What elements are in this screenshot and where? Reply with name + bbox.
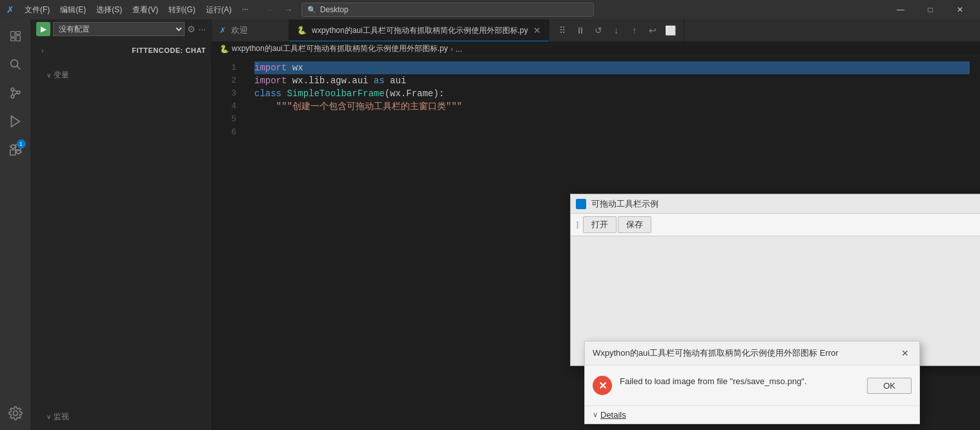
tab-actions: ⠿ ⏸ ↺ ↓ ↑ ↩ ⬜ [549,19,684,41]
activity-source-control[interactable] [3,80,28,106]
chevron-down-icon-monitor: ∨ [46,413,51,420]
details-chevron-icon: ∨ [593,411,598,419]
float-window-title: 可拖动工具栏示例 [591,198,980,210]
float-window-icon [576,199,586,209]
menu-run[interactable]: 运行(A) [202,3,236,17]
floating-window: 可拖动工具栏示例 — □ ✕ ⁞ 打开 保存 [570,194,980,366]
breadcrumb: 🐍 wxpython的aui工具栏可拖动有抓取柄简化示例使用外部图标.py › … [212,42,980,56]
chevron-down-icon: ∨ [46,72,51,79]
monitor-title: 监视 [54,411,69,422]
activity-run[interactable] [3,108,28,134]
code-line-4: class SimpleToolbarFrame(wx.Frame): [254,87,970,100]
variables-header[interactable]: ∨ 变量 [31,67,211,83]
svg-point-8 [17,91,20,94]
window-controls: — □ ✕ [886,0,975,19]
svg-marker-9 [11,116,19,127]
menu-select[interactable]: 选择(S) [92,3,126,17]
activity-explorer[interactable] [3,23,28,49]
tab-step-into-icon[interactable]: ↑ [627,23,642,38]
monitor-header[interactable]: ∨ 监视 [31,409,211,425]
toolbar-grip-icon[interactable]: ⁞ [576,219,579,231]
menu-bar: 文件(F) 编辑(E) 选择(S) 查看(V) 转到(G) 运行(A) ··· [21,3,252,17]
svg-rect-0 [10,32,14,37]
svg-point-6 [11,88,14,91]
sidebar-run-section: › FITTENCODE: CHAT [31,39,211,62]
breadcrumb-sep: › [451,45,453,54]
menu-view[interactable]: 查看(V) [128,3,162,17]
tab-wxpython-icon: 🐍 [297,26,307,35]
run-config-bar: ▶ 没有配置 ⚙ ··· [31,19,211,39]
tab-pause-icon[interactable]: ⏸ [573,23,588,38]
tab-wxpython-label: wxpython的aui工具栏可拖动有抓取柄简化示例使用外部图标.py [312,25,528,36]
svg-rect-3 [10,38,14,41]
nav-buttons: ← → [263,3,296,16]
code-line-2: import wx.lib.agw.aui as aui [254,74,970,87]
config-select[interactable]: 没有配置 [53,22,185,36]
sidebar: ▶ 没有配置 ⚙ ··· › FITTENCODE: CHAT ∨ 变量 ∨ 监… [31,19,212,430]
svg-rect-1 [15,32,19,35]
sidebar-variables-section: ∨ 变量 [31,62,211,88]
activity-search[interactable] [3,52,28,77]
menu-goto[interactable]: 转到(G) [165,3,199,17]
main-layout: 1 ▶ 没有配置 ⚙ ··· › FITTENCODE: CHAT ∨ 变量 [0,19,980,430]
breadcrumb-more: ... [456,45,462,54]
minimize-button[interactable]: — [886,0,915,19]
error-footer[interactable]: ∨ Details [585,405,919,424]
line-numbers: 1 2 3 4 5 6 [212,56,244,430]
menu-file[interactable]: 文件(F) [21,3,54,17]
svg-rect-2 [15,36,19,41]
config-gear-icon[interactable]: ⚙ [187,24,196,34]
tab-bar: ✗ 欢迎 🐍 wxpython的aui工具栏可拖动有抓取柄简化示例使用外部图标.… [212,19,980,42]
fittencode-title: FITTENCODE: CHAT [132,46,206,54]
tab-welcome-icon: ✗ [219,26,226,35]
variables-title: 变量 [54,70,69,81]
tab-step-over-icon[interactable]: ↓ [609,23,624,38]
breadcrumb-filename: wxpython的aui工具栏可拖动有抓取柄简化示例使用外部图标.py [232,43,448,54]
tab-step-out-icon[interactable]: ↩ [645,23,660,38]
search-icon: 🔍 [307,6,316,14]
config-more-icon[interactable]: ··· [198,24,206,34]
run-button[interactable]: ▶ [36,22,50,36]
error-dialog-close-button[interactable]: ✕ [899,347,912,360]
sidebar-monitor-section: ∨ 监视 [31,404,211,430]
search-text: Desktop [320,5,349,14]
chevron-right-icon: › [41,47,43,54]
float-save-button[interactable]: 保存 [618,216,651,233]
error-dialog: Wxpython的aui工具栏可拖动有抓取柄简化示例使用外部图标 Error ✕… [584,341,920,424]
menu-more[interactable]: ··· [238,3,252,17]
svg-point-4 [10,60,17,67]
float-title-bar: 可拖动工具栏示例 — □ ✕ [571,194,980,214]
tab-close-icon[interactable]: ✕ [533,25,541,36]
nav-forward-button[interactable]: → [281,3,296,16]
svg-point-7 [11,95,14,98]
float-open-button[interactable]: 打开 [583,216,617,233]
error-message: Failed to load image from file "res/save… [620,376,859,387]
activity-bar: 1 [0,19,31,430]
extensions-badge: 1 [17,139,26,148]
tab-refresh-icon[interactable]: ↺ [591,23,606,38]
error-title-bar: Wxpython的aui工具栏可拖动有抓取柄简化示例使用外部图标 Error ✕ [585,342,919,365]
error-details-text: Details [600,410,626,420]
menu-edit[interactable]: 编辑(E) [56,3,90,17]
nav-back-button[interactable]: ← [263,3,278,16]
activity-extensions[interactable]: 1 [3,137,28,163]
code-line-5: """创建一个包含可拖动工具栏的主窗口类""" [254,100,970,113]
title-bar: ✗ 文件(F) 编辑(E) 选择(S) 查看(V) 转到(G) 运行(A) ··… [0,0,980,19]
sidebar-fittencode-header[interactable]: › FITTENCODE: CHAT [31,44,211,57]
tab-wxpython[interactable]: 🐍 wxpython的aui工具栏可拖动有抓取柄简化示例使用外部图标.py ✕ [289,19,549,41]
maximize-button[interactable]: □ [915,0,945,19]
svg-rect-11 [10,150,15,155]
close-button[interactable]: ✕ [945,0,975,19]
error-icon: ✕ [593,376,612,395]
svg-line-5 [17,66,20,69]
tab-split-icon[interactable]: ⠿ [555,23,570,38]
editor-area: ✗ 欢迎 🐍 wxpython的aui工具栏可拖动有抓取柄简化示例使用外部图标.… [212,19,980,430]
tab-stop-icon[interactable]: ⬜ [663,23,679,38]
tab-welcome[interactable]: ✗ 欢迎 [212,19,289,41]
error-body: ✕ Failed to load image from file "res/sa… [585,365,919,405]
error-ok-button[interactable]: OK [867,378,912,394]
float-toolbar: ⁞ 打开 保存 [571,214,980,236]
activity-settings[interactable] [3,400,28,426]
search-bar[interactable]: 🔍 Desktop [301,3,595,17]
error-title-text: Wxpython的aui工具栏可拖动有抓取柄简化示例使用外部图标 Error [593,347,899,359]
